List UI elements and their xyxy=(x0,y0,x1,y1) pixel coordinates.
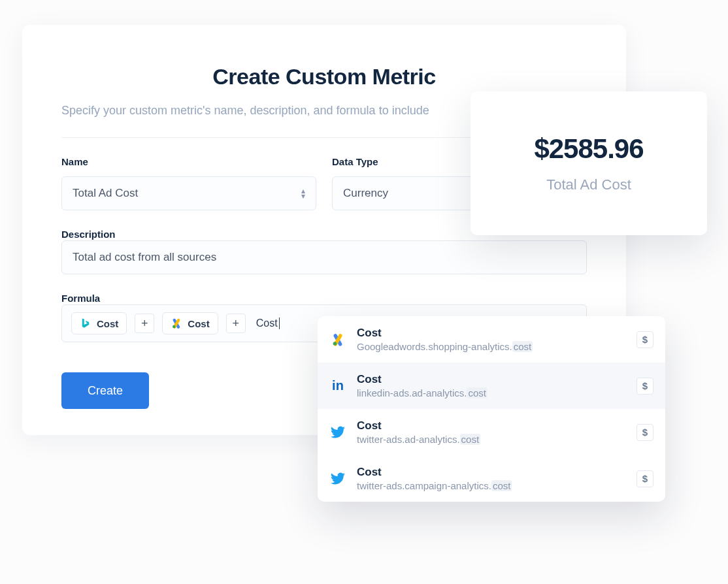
formula-chip-gads-cost[interactable]: Cost xyxy=(162,312,218,334)
suggest-text: Cost linkedin-ads.ad-analytics.cost xyxy=(357,373,626,398)
suggest-text: Cost twitter-ads.ad-analytics.cost xyxy=(357,419,626,445)
formula-chip-label: Cost xyxy=(97,318,118,329)
suggest-title: Cost xyxy=(357,419,626,432)
suggest-path: linkedin-ads.ad-analytics.cost xyxy=(357,387,626,398)
suggest-item-linkedin[interactable]: in Cost linkedin-ads.ad-analytics.cost $ xyxy=(318,363,665,409)
currency-badge: $ xyxy=(637,424,654,441)
description-value: Total ad cost from all sources xyxy=(73,251,216,264)
description-label: Description xyxy=(61,229,116,240)
metric-name: Total Ad Cost xyxy=(546,176,631,193)
text-cursor-icon xyxy=(279,317,280,329)
name-label: Name xyxy=(61,156,316,167)
suggest-title: Cost xyxy=(357,466,626,479)
page-title: Create Custom Metric xyxy=(61,64,587,89)
suggest-title: Cost xyxy=(357,373,626,386)
svg-point-0 xyxy=(173,325,176,329)
suggest-item-gads[interactable]: Cost Googleadwords.shopping-analytics.co… xyxy=(318,316,665,363)
formula-chip-label: Cost xyxy=(188,318,209,329)
formula-operator[interactable]: + xyxy=(135,314,154,333)
create-button[interactable]: Create xyxy=(61,372,149,409)
datatype-value: Currency xyxy=(343,187,388,200)
bing-ads-icon xyxy=(80,317,91,329)
suggest-text: Cost Googleadwords.shopping-analytics.co… xyxy=(357,327,626,352)
currency-badge: $ xyxy=(637,470,654,487)
formula-chip-bing-cost[interactable]: Cost xyxy=(71,312,127,334)
currency-badge: $ xyxy=(637,331,654,348)
metric-value-card: $2585.96 Total Ad Cost xyxy=(471,91,707,235)
suggest-path: twitter-ads.ad-analytics.cost xyxy=(357,434,626,445)
name-value: Total Ad Cost xyxy=(73,187,138,200)
suggest-item-twitter-campaign[interactable]: Cost twitter-ads.campaign-analytics.cost… xyxy=(318,455,665,502)
google-ads-icon xyxy=(171,317,182,329)
twitter-icon xyxy=(329,470,346,487)
svg-point-1 xyxy=(333,342,337,346)
name-field: Name Total Ad Cost ▴▾ xyxy=(61,156,316,210)
metric-value: $2585.96 xyxy=(534,133,643,165)
suggest-item-twitter-ads[interactable]: Cost twitter-ads.ad-analytics.cost $ xyxy=(318,409,665,455)
suggest-path: Googleadwords.shopping-analytics.cost xyxy=(357,341,626,352)
formula-label: Formula xyxy=(61,293,100,304)
updown-icon: ▴▾ xyxy=(301,188,305,199)
suggest-title: Cost xyxy=(357,327,626,340)
name-input[interactable]: Total Ad Cost ▴▾ xyxy=(61,176,316,210)
description-field: Description Total ad cost from all sourc… xyxy=(61,229,587,274)
twitter-icon xyxy=(329,424,346,441)
formula-typing: Cost xyxy=(254,317,280,330)
linkedin-icon: in xyxy=(329,378,346,395)
formula-suggest-dropdown: Cost Googleadwords.shopping-analytics.co… xyxy=(318,316,665,502)
description-input[interactable]: Total ad cost from all sources xyxy=(61,240,587,274)
suggest-path: twitter-ads.campaign-analytics.cost xyxy=(357,480,626,491)
formula-operator[interactable]: + xyxy=(226,314,246,333)
suggest-text: Cost twitter-ads.campaign-analytics.cost xyxy=(357,466,626,491)
currency-badge: $ xyxy=(637,378,654,395)
google-ads-icon xyxy=(329,331,346,348)
